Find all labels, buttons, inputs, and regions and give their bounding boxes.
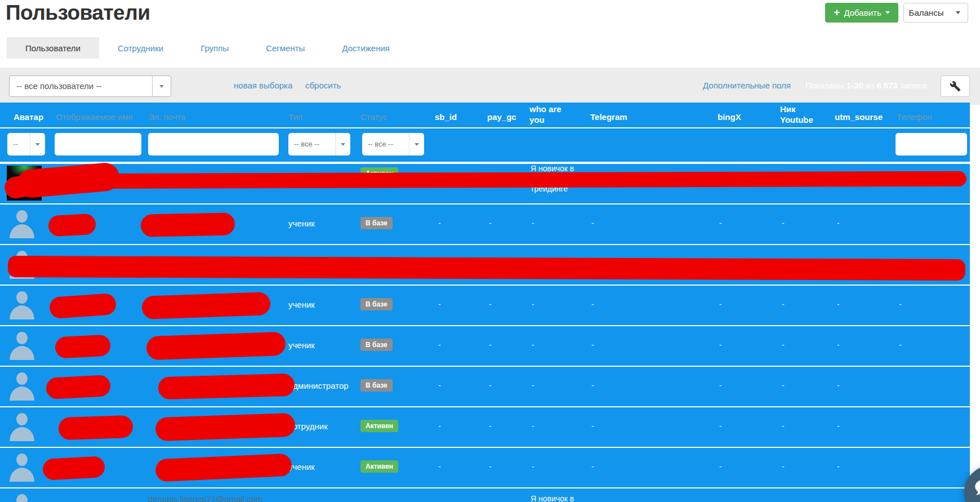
redaction-mark [146, 332, 286, 361]
column-header-display_name[interactable]: Отображаемое имя [56, 112, 133, 122]
empty-cell-dash: - [489, 381, 492, 390]
table-settings-button[interactable] [941, 75, 970, 97]
chat-bubble-icon [973, 477, 980, 499]
person-icon [10, 224, 34, 238]
table-row[interactable] [0, 244, 970, 285]
divider [0, 203, 970, 205]
status-badge: В базе [360, 298, 393, 310]
empty-cell-dash: - [782, 300, 785, 309]
person-icon [16, 494, 28, 502]
redaction-mark [8, 256, 965, 281]
empty-cell-dash: - [532, 300, 534, 309]
empty-cell-dash: - [899, 340, 902, 349]
segment-select[interactable]: -- все пользователи -- [9, 75, 171, 97]
empty-cell-dash: - [438, 300, 441, 309]
reset-link[interactable]: сбросить [305, 81, 341, 90]
empty-cell-dash: - [719, 219, 722, 228]
table-row[interactable]: ученикВ базе-------- [0, 325, 970, 366]
balances-button-label: Балансы [909, 8, 944, 17]
status-badge: В базе [360, 379, 393, 392]
table-row[interactable]: ученикВ базе-------- [0, 285, 970, 325]
empty-cell-dash: - [837, 340, 840, 349]
redaction-mark [158, 374, 295, 399]
empty-cell-dash: - [719, 381, 722, 390]
chevron-down-icon [30, 133, 45, 156]
empty-cell-dash: - [489, 300, 492, 309]
shown-range: 1-30 [847, 81, 863, 90]
tab-сотрудники[interactable]: Сотрудники [99, 37, 182, 59]
user-avatar-placeholder [7, 493, 37, 502]
tab-сегменты[interactable]: Сегменты [247, 37, 323, 59]
empty-cell-dash: - [837, 462, 840, 471]
tab-группы[interactable]: Группы [182, 37, 247, 59]
table-row[interactable]: администраторВ базе------- [0, 366, 970, 406]
filter-status-select[interactable]: -- все -- [362, 133, 424, 156]
empty-cell-dash: - [532, 219, 534, 228]
person-icon [10, 468, 34, 482]
filter-bar: -- все пользователи -- новая выборка сбр… [0, 68, 980, 105]
add-user-button[interactable]: + Добавить [825, 3, 898, 23]
new-selection-link[interactable]: новая выборка [234, 81, 292, 90]
segment-select-value: -- все пользователи -- [16, 76, 101, 96]
empty-cell-dash: - [782, 381, 785, 390]
empty-cell-dash: - [782, 340, 785, 349]
chevron-down-icon [152, 76, 171, 96]
table-row[interactable]: ученикАктивен------- [0, 447, 970, 487]
filter-display-name-input[interactable] [55, 133, 141, 156]
empty-cell-dash: - [719, 340, 722, 349]
person-icon [10, 387, 34, 401]
empty-cell-dash: - [489, 421, 492, 430]
divider [0, 127, 970, 128]
empty-cell-dash: - [532, 421, 534, 430]
redaction-mark [48, 214, 96, 237]
user-avatar-placeholder [7, 290, 37, 319]
user-avatar-placeholder [7, 371, 37, 401]
redaction-mark [141, 292, 270, 319]
redaction-mark [49, 293, 117, 319]
filter-phone-input[interactable] [896, 133, 967, 156]
column-header-who_are_you: who are you [529, 104, 562, 125]
filter-avatar-select[interactable]: -- [7, 133, 45, 156]
empty-cell-dash: - [532, 340, 534, 349]
empty-cell-dash: - [591, 421, 594, 430]
divider [0, 487, 970, 488]
user-avatar-placeholder [7, 412, 37, 441]
tab-достижения[interactable]: Достижения [323, 37, 408, 59]
chevron-down-icon [335, 133, 350, 156]
person-icon [10, 305, 34, 319]
empty-cell-dash: - [489, 219, 492, 228]
divider [0, 325, 970, 326]
filter-email-input[interactable] [148, 133, 279, 156]
filter-type-select[interactable]: -- все -- [288, 133, 350, 156]
table-row[interactable]: ученикВ базе------- [0, 203, 970, 244]
person-icon [16, 291, 28, 304]
column-header-email[interactable]: Эл. почта [148, 112, 185, 122]
balances-button[interactable]: Балансы [903, 3, 949, 23]
empty-cell-dash: - [782, 219, 785, 228]
column-header-phone[interactable]: Телефон [897, 112, 932, 122]
user-type-cell: ученик [288, 462, 315, 472]
empty-cell-dash: - [438, 421, 441, 430]
additional-fields-link[interactable]: Дополнительные поля [703, 81, 791, 90]
redaction-mark [155, 413, 295, 442]
status-badge: В базе [360, 217, 393, 229]
empty-cell-dash: - [438, 340, 441, 349]
status-badge: Активен [360, 460, 398, 473]
divider [0, 406, 970, 407]
table-row[interactable]: АктивенЯ новичок втрейдинге [0, 163, 970, 203]
column-header-status[interactable]: Статус [360, 112, 387, 122]
column-header-telegram: Telegram [590, 112, 627, 122]
email-text: denppis.lisenco71@gmail.com [148, 494, 263, 502]
person-icon [16, 372, 28, 385]
tab-пользователи[interactable]: Пользователи [7, 37, 99, 59]
chevron-down-icon [885, 11, 890, 14]
column-header-type[interactable]: Тип [288, 112, 302, 122]
table-row[interactable]: сотрудникАктивен------- [0, 406, 970, 447]
shown-total: 6 573 [876, 81, 898, 90]
users-table: -- -- все -- -- все -- АватарОтображаемо… [0, 103, 970, 502]
user-type-cell: ученик [288, 219, 315, 228]
table-row[interactable]: Я новичок вdenppis.lisenco71@gmail.com [0, 487, 970, 502]
divider [0, 163, 970, 164]
balances-dropdown-button[interactable] [948, 3, 968, 23]
user-avatar-placeholder [7, 452, 37, 482]
